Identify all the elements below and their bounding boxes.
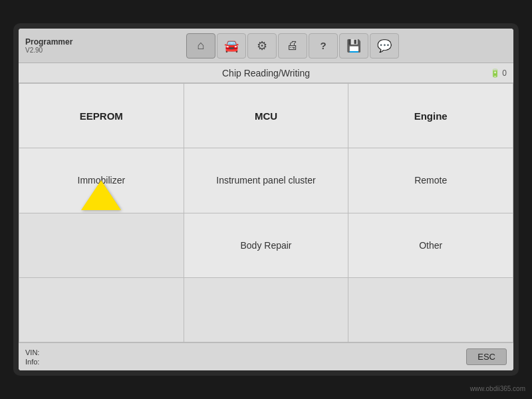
chip-grid: EEPROM MCU Engine Immobilizer xyxy=(19,83,513,342)
instrument-panel-cluster-cell[interactable]: Instrument panel cluster xyxy=(184,148,349,213)
settings-icon[interactable]: ⚙ xyxy=(247,33,277,59)
app-info: Programmer V2.90 xyxy=(25,37,78,54)
esc-button[interactable]: ESC xyxy=(466,348,507,365)
app-version: V2.90 xyxy=(25,47,78,54)
bottom-info: VIN: Info: xyxy=(25,348,453,366)
message-icon[interactable]: 💬 xyxy=(370,33,399,59)
app-name: Programmer xyxy=(25,37,78,47)
battery-icon: 🔋 0 xyxy=(490,68,507,78)
device-frame: Programmer V2.90 ⌂ 🚘 ⚙ 🖨 ? 💾 💬 Chip Read… xyxy=(13,23,519,376)
bottom-bar: VIN: Info: ESC xyxy=(19,342,513,370)
print-icon[interactable]: 🖨 xyxy=(278,33,307,59)
page-title: Chip Reading/Writing xyxy=(222,68,310,78)
mcu-cell[interactable]: MCU xyxy=(184,84,349,148)
body-repair-cell[interactable]: Body Repair xyxy=(184,213,349,278)
vin-row: VIN: xyxy=(25,348,453,356)
empty-cell-3 xyxy=(184,278,349,342)
eeprom-cell[interactable]: EEPROM xyxy=(19,84,184,148)
help-icon[interactable]: ? xyxy=(309,33,338,59)
top-bar: Programmer V2.90 ⌂ 🚘 ⚙ 🖨 ? 💾 💬 xyxy=(19,29,513,63)
nav-icons: ⌂ 🚘 ⚙ 🖨 ? 💾 💬 xyxy=(78,33,507,59)
engine-cell[interactable]: Engine xyxy=(348,84,513,148)
other-cell[interactable]: Other xyxy=(348,213,513,278)
title-bar: Chip Reading/Writing 🔋 0 xyxy=(19,63,513,83)
info-row: Info: xyxy=(25,358,453,366)
immobilizer-cell[interactable]: Immobilizer xyxy=(19,148,184,213)
empty-cell-4 xyxy=(348,278,513,342)
save-icon[interactable]: 💾 xyxy=(339,33,368,59)
empty-cell-2 xyxy=(19,278,184,342)
remote-cell[interactable]: Remote xyxy=(348,148,513,213)
home-icon[interactable]: ⌂ xyxy=(186,33,215,59)
car-icon[interactable]: 🚘 xyxy=(217,33,246,59)
screen: Programmer V2.90 ⌂ 🚘 ⚙ 🖨 ? 💾 💬 Chip Read… xyxy=(19,29,513,370)
empty-cell-1 xyxy=(19,213,184,278)
